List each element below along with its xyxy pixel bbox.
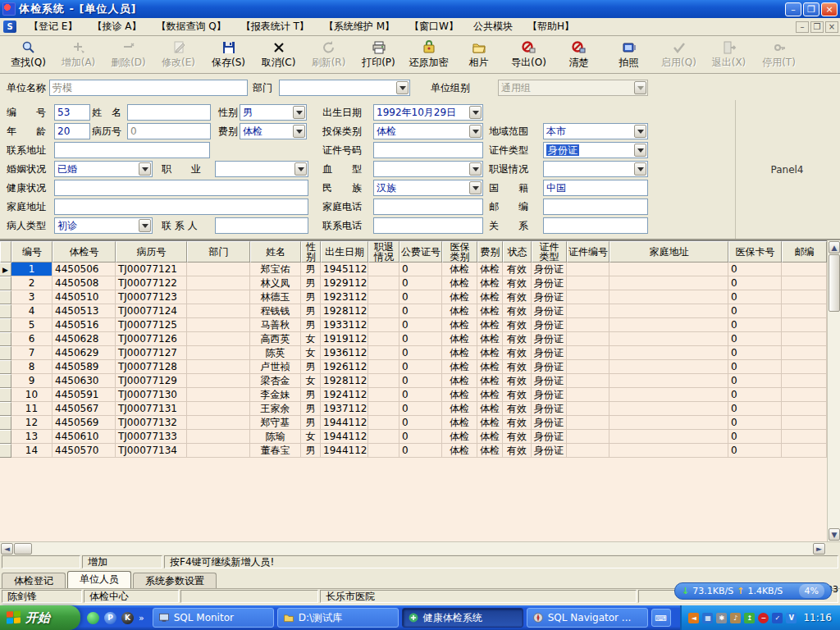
nianling-input[interactable]: 20 [54, 123, 90, 139]
network-monitor-widget[interactable]: ↓ 73.1KB/S ↑ 1.4KB/S 4% [674, 582, 832, 600]
audio-tray-icon[interactable]: ♪ [730, 613, 741, 623]
lianxidianhua-input[interactable] [373, 217, 483, 234]
menu-item-0[interactable]: 【登记 E】 [21, 19, 84, 34]
volume-tray-icon[interactable]: ◄ [688, 613, 699, 623]
cancel-button[interactable]: 取消(C) [253, 37, 304, 72]
scroll-left-icon[interactable]: ◄ [1, 543, 13, 555]
column-header-14[interactable]: 家庭地址 [609, 241, 728, 262]
table-row[interactable]: 124450569TJ00077132郑守基男194411280体检体检有效身份… [0, 416, 827, 430]
jiankang-input[interactable] [54, 180, 308, 196]
table-row[interactable]: 114450567TJ00077131王家余男193711280体检体检有效身份… [0, 402, 827, 416]
chevron-down-icon[interactable] [469, 106, 482, 119]
tab-1[interactable]: 单位人员 [67, 571, 131, 588]
guoji-input[interactable]: 中国 [543, 180, 648, 196]
chevron-down-icon[interactable] [139, 219, 151, 232]
table-row[interactable]: ▶14450506TJ00077121郑宝佑男194511280体检体检有效身份… [0, 262, 827, 276]
vertical-scrollbar[interactable]: ▲ ▼ [827, 240, 840, 541]
column-header-3[interactable]: 部门 [187, 241, 250, 262]
hunyin-select[interactable]: 已婚 [54, 161, 153, 177]
taskbar-task-2[interactable]: 健康体检系统 [402, 608, 523, 628]
chevron-down-icon[interactable] [293, 125, 305, 138]
zhitui-select[interactable] [543, 161, 648, 177]
column-header-7[interactable]: 职退 情况 [368, 241, 399, 262]
chevron-down-icon[interactable] [139, 162, 151, 176]
blocked-tray-icon[interactable]: − [758, 613, 769, 623]
photo-button[interactable]: 相片 [454, 37, 504, 72]
music-quicklaunch-icon[interactable]: K [121, 612, 134, 624]
maximize-button[interactable]: ❐ [803, 2, 819, 16]
table-row[interactable]: 24450508TJ00077122林义凤男192911280体检体检有效身份证… [0, 276, 827, 290]
taskbar-task-0[interactable]: SQL Monitor [153, 608, 274, 628]
minzu-select[interactable]: 汉族 [373, 180, 483, 196]
xingbie-select[interactable]: 男 [240, 104, 307, 121]
chevron-down-icon[interactable] [634, 144, 646, 157]
lianxidizhi-input[interactable] [54, 142, 210, 158]
update-tray-icon[interactable]: ↥ [744, 613, 755, 623]
chevron-down-icon[interactable] [634, 162, 646, 176]
column-header-10[interactable]: 费别 [477, 241, 503, 262]
bianhao-input[interactable]: 53 [54, 104, 90, 121]
chevron-down-icon[interactable] [293, 106, 305, 119]
youbian-input[interactable] [543, 199, 648, 215]
menu-item-2[interactable]: 【数据查询 Q】 [148, 19, 233, 34]
menu-item-7[interactable]: 【帮助H】 [520, 19, 582, 34]
binglihao-input[interactable]: 0 [127, 123, 211, 139]
dept-select[interactable] [279, 80, 410, 96]
export-button[interactable]: 导出(O) [504, 37, 554, 72]
table-row[interactable]: 84450589TJ00077128卢世祯男192611280体检体检有效身份证… [0, 360, 827, 374]
column-header-2[interactable]: 病历号 [116, 241, 187, 262]
menu-item-4[interactable]: 【系统维护 M】 [317, 19, 402, 34]
table-row[interactable]: 94450630TJ00077129梁杏金女192811280体检体检有效身份证… [0, 374, 827, 388]
vscroll-thumb[interactable] [829, 254, 840, 312]
table-row[interactable]: 74450629TJ00077127陈英女193611280体检体检有效身份证0 [0, 346, 827, 360]
mdi-restore-button[interactable]: ❐ [810, 21, 824, 33]
quicklaunch-more-icon[interactable]: » [139, 613, 144, 623]
close-button[interactable]: × [821, 2, 838, 16]
column-header-13[interactable]: 证件编号 [567, 241, 609, 262]
table-row[interactable]: 104450591TJ00077130李金妹男192411280体检体检有效身份… [0, 388, 827, 402]
menu-item-5[interactable]: 【窗口W】 [402, 19, 466, 34]
tab-0[interactable]: 体检登记 [2, 573, 66, 588]
horizontal-scrollbar[interactable]: ◄ ► [0, 541, 840, 555]
toubao-select[interactable]: 体检 [373, 123, 483, 139]
print-button[interactable]: 打印(P) [354, 37, 404, 72]
menu-item-3[interactable]: 【报表统计 T】 [234, 19, 317, 34]
column-header-16[interactable]: 邮编 [782, 241, 827, 262]
zhengjianleixing-select[interactable]: 身份证 [543, 142, 648, 158]
table-row[interactable]: 44450513TJ00077124程钱钱男192811280体检体检有效身份证… [0, 304, 827, 318]
bingrenleixing-select[interactable]: 初诊 [54, 217, 153, 234]
unit_group-select[interactable]: 通用组 [498, 80, 648, 96]
guanxi-input[interactable] [543, 217, 648, 234]
column-header-12[interactable]: 证件 类型 [532, 241, 567, 262]
monitor-tray-icon[interactable]: V [786, 613, 797, 623]
xingming-input[interactable] [127, 104, 211, 121]
unit_name-input[interactable]: 劳模 [49, 80, 248, 96]
chevron-down-icon[interactable] [469, 181, 482, 194]
hscroll-thumb[interactable] [14, 543, 32, 555]
diyu-select[interactable]: 本市 [543, 123, 648, 139]
menu-item-1[interactable]: 【接诊 A】 [84, 19, 148, 34]
save-button[interactable]: 保存(S) [203, 37, 253, 72]
find-button[interactable]: 查找(Q) [3, 37, 53, 72]
decrypt-button[interactable]: 还原加密 [404, 37, 454, 72]
column-header-9[interactable]: 医保 类别 [442, 241, 477, 262]
start-button[interactable]: 开始 [0, 605, 80, 630]
scroll-up-icon[interactable]: ▲ [829, 241, 840, 253]
clear-button[interactable]: 清楚 [554, 37, 604, 72]
jtdh-input[interactable] [373, 199, 483, 215]
lianxiren-input[interactable] [215, 217, 308, 234]
table-row[interactable]: 134450610TJ00077133陈瑜女194411280体检体检有效身份证… [0, 430, 827, 444]
minimize-button[interactable]: – [785, 2, 801, 16]
taskbar-task-3[interactable]: SQL Navigator ... [527, 608, 648, 628]
jtdz-input[interactable] [54, 199, 308, 215]
zhiye-select[interactable] [215, 161, 308, 177]
column-header-6[interactable]: 出生日期 [321, 241, 368, 262]
taskbar-task-1[interactable]: D:\测试库 [277, 608, 399, 628]
column-header-4[interactable]: 姓名 [250, 241, 301, 262]
table-row[interactable]: 54450516TJ00077125马善秋男193311280体检体检有效身份证… [0, 318, 827, 332]
column-header-11[interactable]: 状态 [503, 241, 532, 262]
browser-quicklaunch-icon[interactable] [87, 612, 99, 624]
input-method-icon[interactable]: ⌨ [651, 609, 671, 627]
display-tray-icon[interactable]: ▦ [702, 613, 713, 623]
table-row[interactable]: 64450628TJ00077126高西英女191911280体检体检有效身份证… [0, 332, 827, 346]
